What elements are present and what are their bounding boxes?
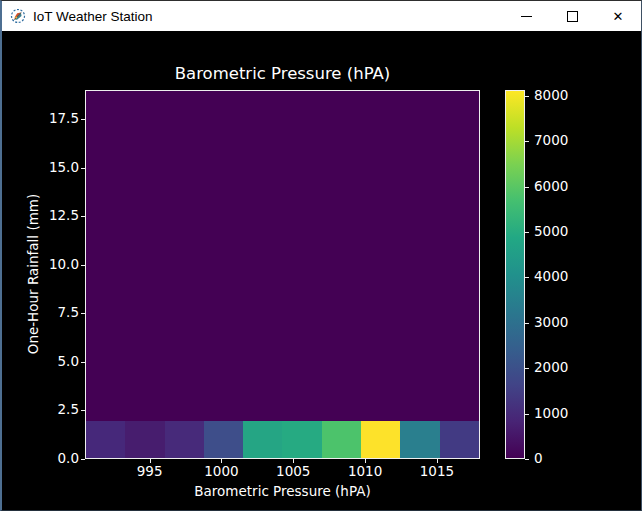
colorbar-tick-label: 8000 — [534, 89, 568, 103]
app-window: IoT Weather Station ✕ Barometric Pressur… — [0, 0, 642, 511]
maximize-button[interactable] — [549, 1, 595, 31]
colorbar-tick-mark — [525, 96, 529, 97]
y-tick-label: 5.0 — [2, 355, 79, 369]
colorbar-tick-label: 2000 — [534, 361, 568, 375]
y-tick-label: 2.5 — [2, 404, 79, 418]
y-tick-label: 0.0 — [2, 452, 79, 466]
y-tick-mark — [81, 410, 85, 411]
heatmap-cell — [86, 421, 125, 458]
colorbar-tick-label: 6000 — [534, 180, 568, 194]
title-bar[interactable]: IoT Weather Station ✕ — [2, 1, 641, 31]
colorbar-tick-mark — [525, 277, 529, 278]
tk-feather-icon — [10, 8, 26, 24]
y-tick-mark — [81, 459, 85, 460]
figure-canvas: Barometric Pressure (hPA) One-Hour Rainf… — [2, 31, 641, 510]
y-tick-mark — [81, 216, 85, 217]
colorbar-tick-mark — [525, 368, 529, 369]
y-tick-label: 17.5 — [2, 112, 79, 126]
y-tick-label: 10.0 — [2, 258, 79, 272]
heatmap-cell — [361, 421, 400, 458]
y-tick-mark — [81, 168, 85, 169]
close-icon: ✕ — [613, 10, 624, 23]
x-axis-label: Barometric Pressure (hPA) — [85, 483, 480, 499]
colorbar-tick-mark — [525, 232, 529, 233]
y-tick-mark — [81, 313, 85, 314]
y-tick-label: 15.0 — [2, 161, 79, 175]
x-tick-label: 1015 — [420, 465, 454, 479]
y-tick-mark — [81, 362, 85, 363]
colorbar-tick-label: 7000 — [534, 135, 568, 149]
x-tick-label: 1000 — [204, 465, 238, 479]
colorbar-tick-label: 4000 — [534, 271, 568, 285]
heatmap-cell — [243, 421, 282, 458]
colorbar-tick-label: 1000 — [534, 407, 568, 421]
colorbar-tick-mark — [525, 323, 529, 324]
x-tick-label: 1010 — [348, 465, 382, 479]
window-title: IoT Weather Station — [33, 9, 503, 24]
heatmap-cell — [322, 421, 361, 458]
heatmap-plot-area — [85, 90, 480, 459]
minimize-icon — [521, 16, 532, 17]
colorbar-tick-label: 0 — [534, 452, 543, 466]
heatmap-cell — [440, 421, 479, 458]
window-controls: ✕ — [503, 1, 641, 31]
colorbar-tick-mark — [525, 187, 529, 188]
heatmap-bottom-row — [86, 421, 479, 458]
minimize-button[interactable] — [503, 1, 549, 31]
colorbar-tick-mark — [525, 459, 529, 460]
colorbar-tick-label: 3000 — [534, 316, 568, 330]
heatmap-cell — [165, 421, 204, 458]
close-button[interactable]: ✕ — [595, 1, 641, 31]
y-tick-mark — [81, 265, 85, 266]
colorbar — [505, 90, 525, 459]
heatmap-cell — [204, 421, 243, 458]
maximize-icon — [567, 11, 578, 22]
colorbar-tick-mark — [525, 414, 529, 415]
x-tick-label: 1005 — [276, 465, 310, 479]
y-tick-mark — [81, 119, 85, 120]
colorbar-tick-label: 5000 — [534, 225, 568, 239]
heatmap-cell — [125, 421, 164, 458]
heatmap-cell — [400, 421, 439, 458]
chart-title: Barometric Pressure (hPA) — [85, 64, 480, 84]
heatmap-cell — [282, 421, 321, 458]
y-tick-label: 12.5 — [2, 209, 79, 223]
y-tick-label: 7.5 — [2, 307, 79, 321]
x-tick-label: 995 — [137, 465, 163, 479]
colorbar-tick-mark — [525, 141, 529, 142]
